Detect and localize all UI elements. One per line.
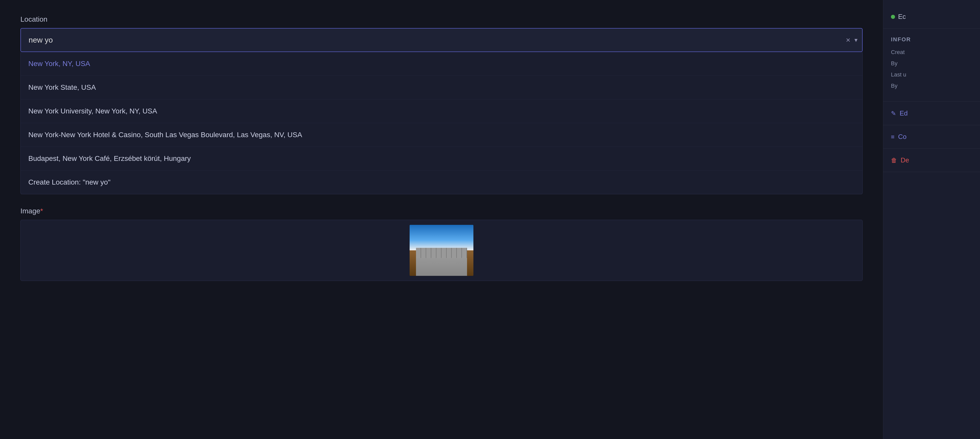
edit-icon: ✎ bbox=[891, 110, 896, 117]
clear-icon[interactable]: × bbox=[846, 36, 850, 44]
dropdown-item[interactable]: New York State, USA bbox=[21, 76, 862, 100]
main-content: Location × ▾ New York, NY, USA New York … bbox=[0, 0, 883, 439]
edit-button-label: Ed bbox=[900, 109, 908, 117]
required-marker: * bbox=[40, 207, 43, 215]
location-input[interactable] bbox=[21, 28, 862, 52]
info-created-label: Creat bbox=[891, 49, 972, 55]
image-container bbox=[21, 220, 862, 281]
chevron-down-icon[interactable]: ▾ bbox=[854, 36, 858, 44]
image-section: Image* bbox=[21, 207, 862, 281]
trash-icon: 🗑 bbox=[891, 157, 897, 164]
delete-button[interactable]: 🗑 De bbox=[883, 149, 980, 172]
info-row-last-updated: Last u bbox=[891, 71, 972, 78]
dropdown-item[interactable]: New York-New York Hotel & Casino, South … bbox=[21, 123, 862, 147]
create-location-item[interactable]: Create Location: "new yo" bbox=[21, 171, 862, 194]
location-label: Location bbox=[21, 15, 862, 24]
info-last-updated-label: Last u bbox=[891, 71, 972, 78]
image-thumbnail bbox=[410, 225, 473, 276]
info-by1-label: By bbox=[891, 60, 972, 67]
info-by2-label: By bbox=[891, 82, 972, 89]
delete-button-label: De bbox=[900, 156, 909, 164]
configure-button[interactable]: ≡ Co bbox=[883, 125, 980, 149]
dropdown-item[interactable]: Budapest, New York Café, Erzsébet körút,… bbox=[21, 147, 862, 171]
status-dot bbox=[891, 15, 895, 19]
info-section: INFOR Creat By Last u By bbox=[883, 29, 980, 102]
edit-button[interactable]: ✎ Ed bbox=[883, 102, 980, 125]
info-row-created: Creat bbox=[891, 49, 972, 55]
building-image-overlay bbox=[416, 248, 467, 276]
image-label: Image* bbox=[21, 207, 862, 215]
info-title: INFOR bbox=[891, 36, 972, 43]
configure-button-label: Co bbox=[898, 133, 907, 141]
dropdown-item[interactable]: New York University, New York, NY, USA bbox=[21, 100, 862, 123]
info-row-by1: By bbox=[891, 60, 972, 67]
info-row-by2: By bbox=[891, 82, 972, 89]
input-actions: × ▾ bbox=[846, 36, 858, 44]
location-dropdown: New York, NY, USA New York State, USA Ne… bbox=[21, 52, 862, 194]
status-label: Ec bbox=[898, 13, 906, 21]
list-icon: ≡ bbox=[891, 133, 894, 141]
location-section: Location × ▾ New York, NY, USA New York … bbox=[21, 15, 862, 194]
right-panel: Ec INFOR Creat By Last u By ✎ Ed ≡ Co 🗑 … bbox=[883, 0, 980, 439]
right-top-status: Ec bbox=[883, 5, 980, 29]
location-input-wrapper: × ▾ bbox=[21, 28, 862, 52]
dropdown-item[interactable]: New York, NY, USA bbox=[21, 52, 862, 76]
